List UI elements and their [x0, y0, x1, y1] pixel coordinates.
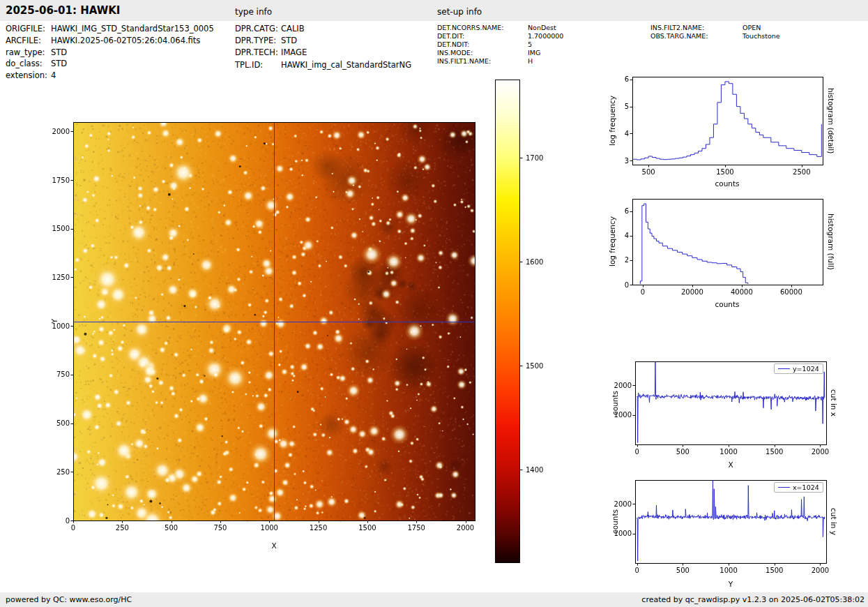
setup-info-row: DET.DIT:1.7000000 — [437, 32, 646, 40]
field-label: OBS.TARG.NAME: — [650, 32, 743, 40]
field-value: IMG — [528, 49, 540, 57]
field-label: DET.NDIT: — [437, 40, 528, 48]
field-label: DET.DIT: — [437, 32, 528, 40]
type-info-row: DPR.TECH:IMAGE — [235, 47, 437, 59]
field-value: HAWKI.2025-06-02T05:26:04.064.fits — [51, 36, 200, 45]
field-value: IMAGE — [281, 47, 307, 57]
qc-report-page: 2025-06-01: HAWKI type info set-up info … — [0, 0, 868, 607]
histogram-detail-title-wrap: histogram (detail) — [827, 77, 835, 165]
cut-y-ylabel: counts — [611, 509, 619, 534]
cut-x-title: cut in x — [830, 389, 838, 417]
file-info-row: ORIGFILE:HAWKI_IMG_STD_StandardStar153_0… — [6, 24, 236, 36]
cut-y-title: cut in y — [830, 508, 838, 535]
footer-bar: powered by QC: www.eso.org/HC created by… — [0, 592, 868, 607]
field-value: HAWKI_img_cal_StandardStarNG — [281, 60, 411, 70]
field-label: DPR.CATG: — [235, 24, 281, 33]
field-label: DPR.TECH: — [235, 47, 281, 57]
histogram-full-xlabel: counts — [715, 300, 739, 308]
cut-y-ylabel-wrap: counts — [611, 480, 619, 563]
footer-right-text: created by qc_rawdisp.py v1.2.3 on 2025-… — [641, 595, 865, 604]
setup-info-block-1: DET.NCORRS.NAME:NonDest DET.DIT:1.700000… — [437, 24, 646, 65]
histogram-detail-canvas — [600, 68, 837, 180]
colorbar-canvas — [490, 73, 560, 566]
field-value: OPEN — [743, 24, 761, 31]
field-value: NonDest — [528, 24, 556, 31]
file-info-block: ORIGFILE:HAWKI_IMG_STD_StandardStar153_0… — [6, 24, 236, 82]
legend-line-icon — [778, 368, 790, 369]
setup-info-row: OBS.TARG.NAME:Touchstone — [650, 32, 860, 40]
histogram-detail-ylabel: log frequency — [608, 96, 616, 146]
histogram-detail-ylabel-wrap: log frequency — [608, 77, 616, 165]
field-value: STD — [281, 36, 297, 45]
field-value: 4 — [51, 70, 56, 80]
histogram-full-title: histogram (full) — [827, 213, 835, 270]
field-value: H — [528, 57, 533, 65]
histogram-detail-xlabel: counts — [715, 179, 739, 188]
type-info-block: DPR.CATG:CALIB DPR.TYPE:STD DPR.TECH:IMA… — [235, 24, 437, 72]
field-value: CALIB — [281, 24, 305, 33]
main-image-ylabel: Y — [50, 319, 59, 323]
field-label: extension: — [6, 70, 51, 80]
setup-info-block-2: INS.FILT2.NAME:OPEN OBS.TARG.NAME:Touchs… — [650, 24, 860, 40]
type-info-row: DPR.CATG:CALIB — [235, 24, 437, 36]
histogram-detail-title: histogram (detail) — [827, 88, 835, 153]
field-value: HAWKI_IMG_STD_StandardStar153_0005 — [51, 24, 214, 33]
page-title: 2025-06-01: HAWKI — [6, 4, 120, 17]
cut-x-title-wrap: cut in x — [830, 361, 838, 444]
histogram-full-ylabel: log frequency — [608, 216, 616, 267]
cut-y-xlabel: Y — [729, 580, 733, 588]
setup-info-row: INS.FILT2.NAME:OPEN — [650, 24, 860, 32]
type-info-heading: type info — [235, 7, 272, 17]
type-info-row: TPL.ID:HAWKI_img_cal_StandardStarNG — [235, 60, 437, 72]
field-value: 1.7000000 — [528, 32, 563, 40]
file-info-row: do_class:STD — [6, 59, 236, 70]
field-value: STD — [51, 59, 67, 68]
histogram-full-canvas — [600, 190, 837, 301]
field-label: DPR.TYPE: — [235, 36, 281, 45]
cut-x-ylabel-wrap: counts — [611, 361, 619, 444]
file-info-row: raw_type:STD — [6, 47, 236, 59]
main-image-canvas — [42, 112, 488, 551]
cut-y-title-wrap: cut in y — [830, 480, 838, 563]
main-image-xlabel: X — [271, 541, 276, 550]
histogram-full-ylabel-wrap: log frequency — [608, 199, 616, 285]
field-label: INS.FILT1.NAME: — [437, 57, 528, 65]
cut-y-legend: x=1024 — [774, 482, 823, 493]
field-value: 5 — [528, 40, 532, 48]
header-bar: 2025-06-01: HAWKI type info set-up info — [0, 0, 868, 21]
field-label: ORIGFILE: — [6, 24, 51, 33]
file-info-row: ARCFILE:HAWKI.2025-06-02T05:26:04.064.fi… — [6, 36, 236, 47]
field-value: STD — [51, 47, 67, 57]
cut-x-legend: y=1024 — [774, 364, 823, 374]
field-label: raw_type: — [6, 47, 51, 57]
setup-info-heading: set-up info — [437, 7, 482, 17]
legend-line-icon — [778, 487, 790, 488]
field-label: do_class: — [6, 59, 51, 68]
field-label: TPL.ID: — [235, 60, 281, 70]
field-value: Touchstone — [743, 32, 780, 40]
field-label: INS.MODE: — [437, 49, 528, 57]
file-info-row: extension:4 — [6, 70, 236, 82]
field-label: DET.NCORRS.NAME: — [437, 24, 528, 31]
cut-x-legend-label: y=1024 — [793, 365, 819, 373]
main-image-ylabel-wrap: Y — [50, 122, 59, 520]
cut-x-xlabel: X — [728, 460, 733, 469]
setup-info-row: DET.NDIT:5 — [437, 40, 646, 49]
setup-info-row: INS.MODE:IMG — [437, 49, 646, 57]
field-label: INS.FILT2.NAME: — [650, 24, 743, 31]
setup-info-row: DET.NCORRS.NAME:NonDest — [437, 24, 646, 32]
setup-info-row: INS.FILT1.NAME:H — [437, 57, 646, 66]
histogram-full-title-wrap: histogram (full) — [827, 199, 835, 285]
cut-x-ylabel: counts — [611, 391, 619, 415]
footer-left-text: powered by QC: www.eso.org/HC — [6, 595, 132, 604]
cut-y-legend-label: x=1024 — [793, 484, 819, 491]
field-label: ARCFILE: — [6, 36, 51, 45]
type-info-row: DPR.TYPE:STD — [235, 36, 437, 47]
